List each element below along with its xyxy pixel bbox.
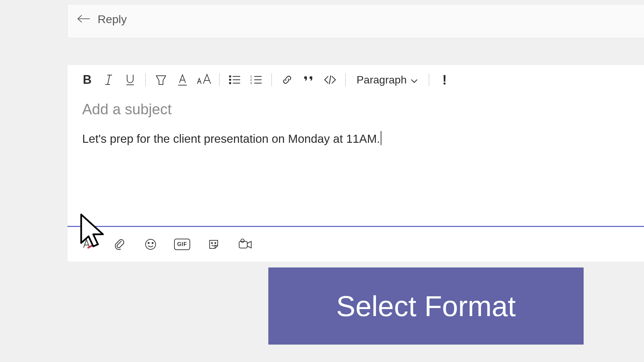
gif-button[interactable]: GIF: [174, 236, 190, 252]
toolbar-divider: [145, 73, 146, 86]
bold-button[interactable]: B: [78, 71, 96, 89]
toolbar-divider: [219, 73, 220, 86]
underline-button[interactable]: [121, 71, 139, 89]
highlight-button[interactable]: [152, 71, 170, 89]
format-toolbar: B: [67, 65, 644, 92]
svg-text:3: 3: [250, 81, 252, 85]
svg-point-21: [148, 242, 149, 244]
toolbar-divider: [271, 73, 272, 86]
subject-input[interactable]: Add a subject: [67, 92, 644, 121]
svg-line-2: [108, 75, 110, 84]
quote-button[interactable]: [300, 71, 318, 89]
svg-point-8: [229, 82, 231, 84]
code-button[interactable]: [321, 71, 339, 89]
svg-point-23: [211, 242, 212, 243]
callout-word-1: Select: [336, 290, 416, 323]
italic-button[interactable]: [100, 71, 118, 89]
numbered-list-button[interactable]: 1 2 3: [247, 71, 265, 89]
sticker-button[interactable]: [206, 236, 222, 252]
reply-label: Reply: [98, 13, 127, 26]
svg-point-26: [241, 239, 244, 242]
instruction-callout: Select Format: [268, 267, 584, 345]
important-button[interactable]: !: [435, 71, 453, 89]
meet-now-button[interactable]: [237, 236, 253, 252]
reply-arrow-icon: [77, 14, 90, 25]
toolbar-divider: [429, 73, 429, 86]
svg-point-7: [229, 79, 231, 80]
svg-point-6: [229, 76, 231, 77]
message-body[interactable]: Let's prep for the client presentation o…: [67, 121, 644, 149]
svg-point-24: [215, 242, 216, 243]
attach-button[interactable]: [111, 236, 127, 252]
toolbar-divider: [345, 73, 346, 86]
font-size-button[interactable]: [195, 71, 213, 89]
compose-actions: GIF: [67, 227, 644, 262]
svg-text:2: 2: [250, 78, 252, 81]
bullet-list-button[interactable]: [226, 71, 244, 89]
body-text: Let's prep for the client presentation o…: [82, 132, 380, 145]
svg-text:1: 1: [250, 75, 252, 78]
paragraph-style-select[interactable]: Paragraph: [352, 74, 423, 86]
chevron-down-icon: [411, 74, 418, 86]
compose-box: B: [67, 64, 644, 262]
svg-point-20: [146, 239, 156, 249]
reply-bar[interactable]: Reply: [67, 5, 644, 38]
svg-line-18: [329, 76, 331, 84]
emoji-button[interactable]: [143, 236, 159, 252]
link-button[interactable]: [278, 71, 296, 89]
text-cursor: [381, 131, 381, 145]
font-color-button[interactable]: [173, 71, 192, 89]
mouse-cursor-icon: [78, 213, 108, 254]
callout-word-2: Format: [424, 290, 516, 323]
paragraph-label: Paragraph: [357, 74, 407, 86]
gif-label: GIF: [174, 239, 190, 250]
svg-point-22: [152, 242, 153, 244]
